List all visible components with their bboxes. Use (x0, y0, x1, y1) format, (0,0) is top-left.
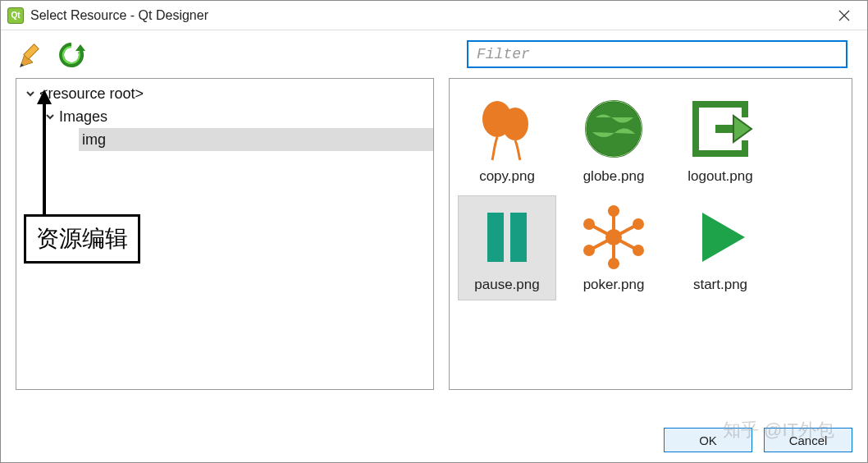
grid-item-balloons[interactable]: copy.png (458, 87, 556, 192)
grid-item-logout[interactable]: logout.png (671, 87, 770, 192)
grid-item-pause[interactable]: pause.png (458, 195, 556, 300)
resource-grid[interactable]: copy.pngglobe.pnglogout.pngpause.pngpoke… (449, 78, 852, 390)
tree-label: <resource root> (39, 85, 144, 103)
svg-rect-1 (24, 44, 39, 59)
svg-point-26 (583, 218, 595, 230)
annotation-label: 资源编辑 (24, 214, 140, 264)
tree-item-root[interactable]: <resource root> (16, 82, 433, 105)
tree-item-group[interactable]: Images (16, 105, 433, 128)
svg-rect-12 (487, 213, 504, 262)
play-icon (686, 203, 755, 272)
titlebar: Qt Select Resource - Qt Designer (1, 1, 867, 30)
cancel-button[interactable]: Cancel (764, 428, 852, 452)
toolbar (1, 30, 867, 70)
tree-label: Images (59, 108, 107, 126)
svg-rect-13 (510, 213, 527, 262)
chevron-down-icon[interactable] (41, 112, 59, 121)
grid-item-caption: poker.png (583, 277, 645, 293)
grid-item-play[interactable]: start.png (671, 195, 770, 300)
svg-point-5 (502, 108, 528, 140)
filter-input[interactable] (467, 40, 847, 68)
svg-point-22 (633, 218, 644, 230)
window-title: Select Resource - Qt Designer (30, 8, 828, 23)
svg-marker-27 (702, 213, 745, 262)
grid-item-poker[interactable]: poker.png (564, 195, 663, 300)
app-icon: Qt (7, 7, 24, 24)
grid-item-caption: start.png (693, 277, 747, 293)
svg-point-23 (633, 245, 644, 256)
grid-item-caption: logout.png (688, 168, 752, 185)
svg-marker-3 (75, 44, 85, 51)
dialog-buttons: OK Cancel (664, 428, 852, 452)
grid-item-caption: pause.png (474, 277, 539, 293)
balloons-icon (473, 94, 541, 163)
poker-icon (579, 203, 648, 272)
ok-button[interactable]: OK (664, 428, 752, 452)
grid-item-caption: globe.png (583, 168, 645, 185)
svg-point-21 (608, 205, 619, 217)
tree-label: img (79, 131, 109, 149)
edit-resource-icon[interactable] (16, 40, 45, 70)
pause-icon (473, 203, 541, 272)
grid-item-globe[interactable]: globe.png (564, 87, 663, 192)
chevron-down-icon[interactable] (21, 89, 39, 99)
svg-point-24 (608, 258, 619, 269)
grid-item-caption: copy.png (479, 168, 535, 185)
svg-point-25 (583, 245, 595, 256)
tree-item-leaf[interactable]: img (16, 128, 433, 151)
globe-icon (579, 94, 648, 163)
reload-icon[interactable] (57, 40, 86, 70)
close-button[interactable] (828, 1, 861, 30)
logout-icon (686, 94, 755, 163)
